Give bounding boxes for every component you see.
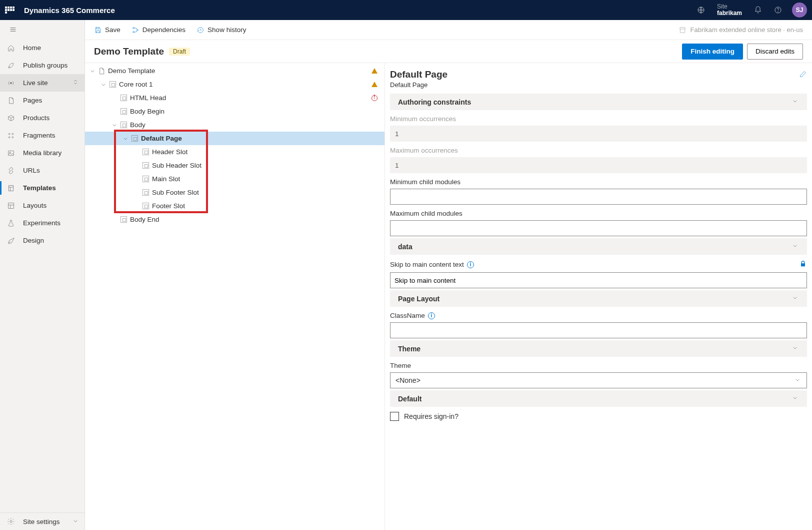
cmd-dependencies[interactable]: Dependencies — [132, 26, 186, 34]
globe-icon[interactable] — [691, 0, 711, 20]
svg-point-12 — [10, 520, 12, 522]
tree-row[interactable]: Sub Header Slot — [85, 159, 384, 172]
avatar[interactable]: SJ — [792, 3, 807, 18]
properties-panel: Default Page Default Page Authoring cons… — [385, 63, 812, 530]
section-page-layout[interactable]: Page Layout — [390, 290, 807, 307]
nav-site-settings[interactable]: Site settings — [0, 512, 84, 530]
edit-icon[interactable] — [799, 70, 807, 80]
field-label: Minimum child modules — [390, 178, 807, 186]
cmd-save[interactable]: Save — [94, 26, 120, 34]
tree-row[interactable]: Header Slot — [85, 145, 384, 159]
min-child-input[interactable] — [390, 189, 807, 205]
chevron-down-icon — [791, 97, 799, 107]
section-label: data — [398, 243, 412, 251]
slot-icon — [119, 216, 128, 223]
nav-fragments[interactable]: Fragments — [0, 127, 84, 144]
nav-publish-groups[interactable]: Publish groups — [0, 57, 84, 74]
nav-pages[interactable]: Pages — [0, 92, 84, 109]
chevron-updown-icon — [72, 78, 80, 88]
nav-media-library[interactable]: Media library — [0, 144, 84, 162]
tree-row-selected[interactable]: Default Page — [85, 132, 384, 145]
chevron-down-icon[interactable] — [88, 67, 97, 75]
chevron-down-icon[interactable] — [110, 121, 119, 129]
help-icon[interactable] — [768, 0, 788, 20]
chevron-down-icon — [791, 344, 799, 353]
tree-row[interactable]: Body — [85, 118, 384, 132]
nav-layouts[interactable]: Layouts — [0, 197, 84, 214]
cmd-history[interactable]: Show history — [196, 26, 246, 34]
command-bar: Save Dependencies Show history Fabrikam … — [85, 20, 812, 40]
section-authoring[interactable]: Authoring constraints — [390, 94, 807, 110]
section-label: Authoring constraints — [398, 98, 471, 106]
nav-label: Home — [23, 44, 41, 52]
section-default[interactable]: Default — [390, 390, 807, 407]
finish-editing-button[interactable]: Finish editing — [682, 44, 743, 60]
nav-design[interactable]: Design — [0, 232, 84, 249]
tree-label: Header Slot — [152, 148, 188, 156]
app-launcher-icon[interactable] — [5, 7, 15, 14]
section-data[interactable]: data — [390, 238, 807, 255]
tree-row[interactable]: Demo Template — [85, 64, 384, 78]
field-label: Theme — [390, 362, 807, 369]
chevron-down-icon[interactable] — [121, 135, 130, 143]
chevron-down-icon — [72, 517, 80, 526]
tree-row[interactable]: Core root 1 — [85, 78, 384, 91]
site-picker[interactable]: Site fabrikam — [711, 0, 748, 20]
box-icon — [7, 114, 23, 122]
svg-rect-10 — [8, 185, 13, 191]
field-label: Minimum occurrences — [390, 115, 807, 123]
link-icon — [7, 167, 23, 175]
page-icon — [97, 67, 106, 75]
svg-point-7 — [12, 137, 14, 138]
layout-icon — [7, 202, 23, 210]
discard-edits-button[interactable]: Discard edits — [747, 44, 803, 60]
section-label: Page Layout — [398, 295, 440, 303]
nav-products[interactable]: Products — [0, 109, 84, 127]
tree-row[interactable]: Main Slot — [85, 172, 384, 186]
slot-icon — [141, 149, 150, 155]
nav-experiments[interactable]: Experiments — [0, 214, 84, 232]
store-icon — [678, 26, 686, 34]
tree-row[interactable]: HTML Head — [85, 91, 384, 105]
theme-select[interactable]: <None> — [390, 372, 807, 388]
tree-label: Demo Template — [108, 67, 155, 75]
left-nav: Home Publish groups Live site Pages Prod… — [0, 20, 85, 530]
max-occurrences-value: 1 — [390, 157, 807, 173]
nav-label: Design — [23, 237, 44, 244]
tree-label: Main Slot — [152, 175, 180, 183]
props-title: Default Page — [390, 69, 448, 80]
nav-templates[interactable]: Templates — [0, 179, 84, 197]
tree-row[interactable]: Sub Footer Slot — [85, 186, 384, 199]
lock-icon[interactable] — [799, 260, 807, 269]
gear-icon — [7, 517, 23, 525]
tree-label: Core root 1 — [119, 81, 153, 88]
image-icon — [7, 149, 23, 157]
svg-rect-11 — [8, 203, 14, 208]
field-label: Skip to main content text i — [390, 260, 807, 269]
hamburger-icon[interactable] — [0, 20, 84, 39]
tree-row[interactable]: Body End — [85, 213, 384, 226]
tree-row[interactable]: Footer Slot — [85, 199, 384, 213]
requires-signin-checkbox[interactable] — [390, 412, 399, 421]
tree-row[interactable]: Body Begin — [85, 105, 384, 118]
info-icon[interactable]: i — [428, 312, 435, 319]
nav-urls[interactable]: URLs — [0, 162, 84, 179]
tree-label: HTML Head — [130, 94, 166, 102]
svg-point-13 — [132, 27, 134, 29]
classname-input[interactable] — [390, 322, 807, 338]
checkbox-label: Requires sign-in? — [404, 412, 458, 420]
theme-value: <None> — [396, 376, 420, 384]
notifications-icon[interactable] — [748, 0, 768, 20]
info-icon[interactable]: i — [467, 261, 474, 268]
skip-text-input[interactable] — [390, 272, 807, 288]
design-icon — [7, 237, 23, 245]
tree-label: Sub Header Slot — [152, 162, 202, 169]
site-value: fabrikam — [717, 10, 742, 17]
nav-live-site[interactable]: Live site — [0, 74, 84, 92]
cmd-label: Show history — [208, 26, 246, 34]
chevron-down-icon[interactable] — [99, 81, 108, 89]
nav-home[interactable]: Home — [0, 39, 84, 57]
max-child-input[interactable] — [390, 220, 807, 236]
section-theme[interactable]: Theme — [390, 340, 807, 357]
slot-icon — [141, 203, 150, 209]
